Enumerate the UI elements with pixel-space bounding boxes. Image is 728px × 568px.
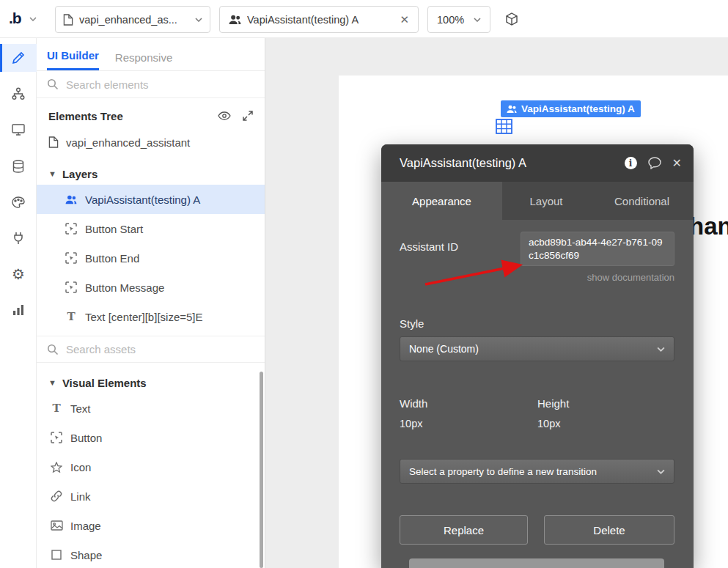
button-element-icon: [65, 223, 78, 235]
tree-root-label: vapi_enhanced_assistant: [66, 136, 190, 149]
plug-icon: [12, 232, 24, 245]
transition-dropdown[interactable]: Select a property to define a new transi…: [400, 459, 674, 484]
layer-item-button-start[interactable]: Button Start: [37, 214, 265, 243]
property-editor-tab-bar: Appearance Layout Conditional: [381, 182, 694, 220]
comment-icon[interactable]: [648, 157, 661, 169]
collapse-triangle-icon: ▼: [48, 169, 56, 178]
asset-item-button[interactable]: Button: [37, 423, 265, 452]
style-dropdown[interactable]: None (Custom): [400, 336, 674, 361]
tab-appearance[interactable]: Appearance: [381, 182, 502, 220]
tree-root-page[interactable]: vapi_enhanced_assistant: [37, 129, 265, 155]
property-editor-header[interactable]: VapiAssistant(testing) A i ✕: [381, 144, 694, 182]
selected-element-badge[interactable]: VapiAssistant(testing) A: [501, 100, 641, 117]
rail-design-tab[interactable]: [0, 44, 37, 72]
layer-label: VapiAssistant(testing) A: [85, 193, 200, 206]
component-library-cube-icon[interactable]: [504, 12, 519, 26]
layer-item-text[interactable]: T Text [center][b][size=5]E: [37, 302, 265, 331]
style-dropdown-value: None (Custom): [409, 343, 479, 355]
layer-item-button-message[interactable]: Button Message: [37, 273, 265, 302]
visual-elements-section-header[interactable]: ▼ Visual Elements: [37, 372, 265, 394]
database-icon: [12, 160, 24, 173]
rail-logs-tab[interactable]: [0, 296, 37, 324]
elements-tree-title: Elements Tree: [48, 110, 206, 122]
layer-item-button-end[interactable]: Button End: [37, 243, 265, 273]
height-label: Height: [537, 397, 569, 410]
asset-item-image[interactable]: Image: [37, 511, 265, 540]
chevron-down-icon: [657, 347, 665, 352]
asset-label: Button: [70, 432, 102, 444]
zoom-dropdown[interactable]: 100%: [427, 6, 490, 33]
width-label: Width: [400, 397, 427, 410]
chevron-down-icon: [474, 18, 481, 22]
search-elements-row: [37, 71, 265, 98]
element-tab-label: VapiAssistant(testing) A: [247, 14, 389, 26]
panel-tab-bar: UI Builder Responsive: [37, 38, 265, 71]
layer-label: Button Start: [85, 223, 143, 235]
rail-workflow-tab[interactable]: [0, 80, 37, 108]
button-element-icon: [65, 252, 78, 264]
visual-elements-title: Visual Elements: [62, 377, 147, 389]
asset-item-icon[interactable]: Icon: [37, 452, 265, 482]
rail-data-tab[interactable]: [0, 152, 37, 180]
star-icon: [50, 462, 63, 473]
tab-conditional[interactable]: Conditional: [590, 182, 694, 220]
info-icon[interactable]: i: [625, 157, 637, 169]
delete-button[interactable]: Delete: [544, 515, 674, 545]
users-icon: [65, 195, 78, 204]
layer-label: Text [center][b][size=5]E: [85, 311, 203, 323]
search-assets-input[interactable]: [66, 343, 254, 355]
canvas-heading-text[interactable]: hanc: [689, 213, 728, 240]
search-elements-input[interactable]: [66, 78, 254, 91]
elements-tree-header: Elements Tree: [37, 103, 265, 129]
panel-scrollbar[interactable]: [260, 372, 263, 568]
tab-layout[interactable]: Layout: [502, 182, 590, 220]
layer-label: Button Message: [85, 281, 164, 294]
layers-section-header[interactable]: ▼ Layers: [37, 163, 265, 185]
rail-settings-tab[interactable]: ⚙: [0, 260, 37, 288]
replace-button[interactable]: Replace: [400, 515, 528, 545]
property-editor: VapiAssistant(testing) A i ✕ Appearance …: [381, 144, 694, 568]
users-icon: [507, 105, 517, 114]
bubble-logo[interactable]: .b: [9, 10, 21, 27]
asset-item-shape[interactable]: Shape: [37, 540, 265, 568]
rail-styles-tab[interactable]: [0, 188, 37, 216]
rail-plugins-tab[interactable]: [0, 224, 37, 252]
rail-responsive-tab[interactable]: [0, 116, 37, 144]
palette-icon: [12, 196, 25, 208]
show-documentation-link[interactable]: show documentation: [587, 272, 674, 283]
page-selector-dropdown[interactable]: vapi_enhanced_as...: [55, 6, 210, 33]
search-icon: [47, 344, 59, 355]
pencil-icon: [12, 51, 25, 64]
layer-label: Button End: [85, 252, 139, 265]
monitor-icon: [12, 124, 25, 136]
tab-responsive[interactable]: Responsive: [115, 51, 172, 70]
expand-panel-icon[interactable]: [243, 111, 253, 121]
asset-item-link[interactable]: Link: [37, 482, 265, 511]
bar-chart-icon: [12, 304, 24, 316]
eye-icon[interactable]: [218, 111, 231, 120]
button-element-icon: [65, 281, 78, 293]
tab-ui-builder[interactable]: UI Builder: [47, 49, 99, 70]
width-value[interactable]: 10px: [400, 418, 422, 429]
logo-menu-chevron-icon[interactable]: [29, 17, 37, 21]
height-value[interactable]: 10px: [537, 418, 560, 429]
page-selector-label: vapi_enhanced_as...: [79, 14, 189, 26]
asset-label: Image: [70, 520, 101, 532]
text-icon: T: [65, 310, 78, 323]
chevron-down-icon: [657, 469, 665, 474]
selected-element-badge-label: VapiAssistant(testing) A: [521, 103, 635, 114]
left-icon-rail: ⚙: [0, 38, 37, 568]
layer-item-vapiassistant[interactable]: VapiAssistant(testing) A: [37, 185, 265, 214]
workflow-icon: [12, 87, 25, 100]
element-tab[interactable]: VapiAssistant(testing) A ✕: [219, 6, 419, 33]
search-icon: [47, 78, 59, 90]
asset-item-text[interactable]: T Text: [37, 394, 265, 423]
asset-label: Shape: [70, 549, 102, 561]
assistant-id-input[interactable]: acbd89b1-ab44-4e27-b761-09c1c856cf69: [521, 232, 674, 266]
vapi-assistant-element-grid-icon[interactable]: [496, 119, 512, 134]
close-tab-icon[interactable]: ✕: [400, 13, 409, 26]
top-toolbar: .b vapi_enhanced_as... VapiAssistant(tes…: [0, 0, 728, 38]
partial-control[interactable]: [409, 558, 664, 568]
close-icon[interactable]: ✕: [672, 156, 682, 170]
elements-panel: UI Builder Responsive Elements Tree vapi…: [37, 38, 265, 568]
